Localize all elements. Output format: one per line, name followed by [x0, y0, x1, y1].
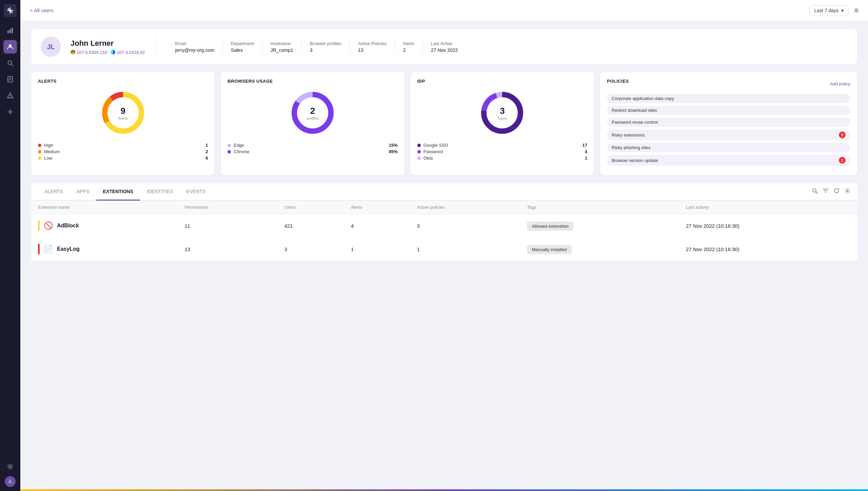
chrome-icon [71, 50, 75, 55]
back-link[interactable]: < All users [30, 7, 54, 13]
alerts-total: 9 [118, 106, 128, 116]
svg-rect-3 [7, 30, 9, 33]
tab-identities[interactable]: IDENTITIES [140, 183, 180, 201]
filter-tab-icon[interactable] [823, 188, 829, 196]
col-header-3: Alerts [344, 201, 410, 214]
sidebar-user-avatar[interactable]: JL [5, 476, 16, 487]
sidebar-item-settings[interactable] [3, 460, 17, 473]
policy-item-1[interactable]: Restrict download sites [607, 106, 850, 115]
svg-rect-4 [9, 29, 11, 33]
edge-icon [111, 50, 115, 55]
legend-high: High 1 [38, 142, 208, 148]
svg-line-8 [12, 64, 13, 66]
idp-widget: IdP 3 Types [411, 72, 594, 175]
policy-label: Restrict download sites [612, 108, 657, 113]
idp-legend: Google SSO 17 Password 4 [417, 142, 587, 161]
tab-extentions[interactable]: EXTENTIONS [96, 183, 140, 201]
ext-name: AdBlock [57, 223, 79, 229]
browsers-total: 2 [307, 106, 318, 116]
policy-label: Browser version update [612, 158, 658, 163]
sidebar-item-integrations[interactable] [3, 105, 17, 119]
ext-icon: 📄 [44, 245, 53, 253]
active-policies-value: 13 [358, 47, 387, 53]
policy-label: Risky phishing sites [612, 145, 650, 150]
tabs-row: ALERTSAPPSEXTENTIONSIDENTITIESEVENTS [31, 183, 857, 201]
ext-last-activity: 27 Nov 2022 (10:16:30) [679, 214, 857, 238]
chrome-browser-badge[interactable]: 107.0.5304.110 [71, 50, 107, 55]
table-row: 📄 EasyLog 13 3 1 1 Manually installed 27… [31, 238, 857, 261]
svg-point-6 [9, 44, 12, 47]
add-policy-button[interactable]: Add policy [830, 81, 850, 86]
refresh-tab-icon[interactable] [833, 188, 840, 196]
sidebar-item-analytics[interactable] [3, 24, 17, 37]
policy-item-2[interactable]: Password reuse control [607, 118, 850, 127]
policy-badge: 1 [839, 157, 846, 164]
alerts-value: 2 [403, 47, 414, 53]
date-selector[interactable]: Last 7 days ▾ [809, 5, 849, 16]
svg-point-14 [10, 97, 11, 98]
policies-header: POLICIES Add policy [607, 79, 850, 89]
edge-legend-dot [228, 144, 231, 147]
ext-last-activity: 27 Nov 2022 (10:16:30) [679, 238, 857, 261]
policies-widget-title: POLICIES [607, 79, 629, 84]
menu-icon[interactable]: ≡ [854, 6, 859, 15]
high-dot [38, 144, 41, 147]
meta-last-active: Last Active 27 Nov 2022 [423, 41, 466, 53]
col-header-4: Active policies [410, 201, 520, 214]
password-label: Password [423, 149, 443, 154]
settings-tab-icon[interactable] [844, 188, 850, 196]
policy-label: Risky extensions [612, 132, 645, 138]
alerts-legend: High 1 Medium 2 [38, 142, 208, 161]
widgets-row: ALERTS 9 Alerts [31, 72, 857, 175]
tab-alerts[interactable]: ALERTS [38, 183, 70, 201]
alerts-donut-center: 9 Alerts [118, 106, 128, 120]
idp-donut-wrap: 3 Types Google SSO 17 [417, 89, 587, 161]
sidebar-item-alerts[interactable] [3, 89, 17, 102]
chevron-down-icon: ▾ [841, 8, 844, 13]
active-policies-label: Active Policies [358, 41, 387, 46]
tab-apps[interactable]: APPS [70, 183, 96, 201]
meta-alerts: Alerts 2 [395, 41, 423, 53]
ext-name-cell: 📄 EasyLog [31, 238, 178, 261]
policy-item-5[interactable]: Browser version update1 [607, 155, 850, 166]
high-label: High [44, 143, 53, 148]
low-count: 6 [205, 156, 208, 161]
ext-users: 421 [277, 214, 344, 238]
policy-item-4[interactable]: Risky phishing sites [607, 143, 850, 152]
svg-point-20 [9, 466, 11, 468]
edge-browser-badge[interactable]: 107.0.1418.42 [111, 50, 145, 55]
idp-donut-container: 3 Types [478, 89, 526, 137]
last-active-label: Last Active [431, 41, 458, 46]
idp-donut-center: 3 Types [497, 106, 507, 120]
content-area: JL John Lerner 107.0.5304.110 107.0.1418… [20, 21, 868, 489]
sidebar-bottom: JL [3, 460, 17, 487]
medium-label: Medium [44, 149, 60, 154]
extensions-table-container: Extension namePermissionsUsersAlertsActi… [31, 201, 857, 261]
tab-events[interactable]: EVENTS [180, 183, 212, 201]
browsers-legend: Edge 15% Chrome 85% [228, 142, 397, 155]
risk-bar [38, 244, 40, 254]
tabs: ALERTSAPPSEXTENTIONSIDENTITIESEVENTS [38, 183, 212, 200]
policy-item-3[interactable]: Risky extensions5 [607, 129, 850, 140]
meta-email: Email jerry@my-org.com [167, 41, 223, 53]
user-info: John Lerner 107.0.5304.110 107.0.1418.42 [71, 39, 145, 55]
sidebar-item-reports[interactable] [3, 73, 17, 86]
user-card: JL John Lerner 107.0.5304.110 107.0.1418… [31, 29, 857, 64]
edge-legend-label: Edge [234, 143, 244, 148]
browsers-donut-wrap: 2 profiles Edge 15% [228, 89, 397, 155]
sidebar-logo[interactable] [4, 4, 17, 17]
svg-point-32 [847, 190, 848, 192]
sidebar: JL [0, 0, 20, 491]
legend-edge: Edge 15% [228, 142, 397, 148]
chrome-pct: 85% [389, 149, 398, 154]
policies-widget: POLICIES Add policy Corporate applicatio… [600, 72, 857, 175]
okta-dot [417, 157, 421, 160]
sidebar-item-users[interactable] [3, 40, 17, 54]
search-tab-icon[interactable] [812, 188, 818, 196]
bottom-accent-bar [20, 489, 868, 491]
tab-actions [812, 188, 850, 196]
browsers-subtitle: profiles [307, 116, 318, 120]
sidebar-item-search[interactable] [3, 56, 17, 70]
password-count: 4 [585, 149, 587, 154]
policy-item-0[interactable]: Corporate application data copy [607, 94, 850, 103]
